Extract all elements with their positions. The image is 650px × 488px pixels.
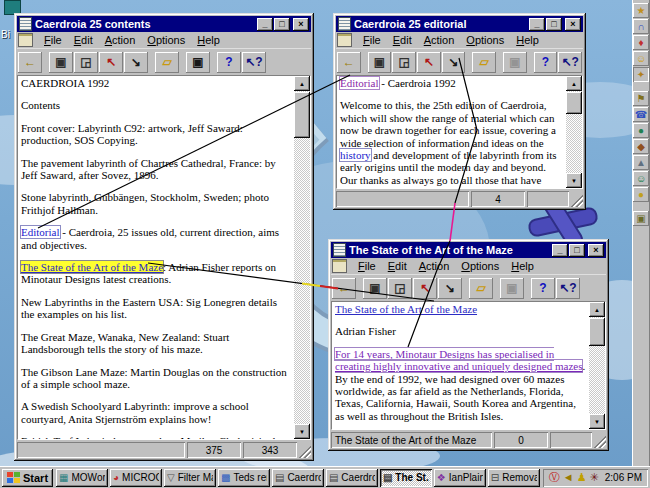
agent-icon[interactable]: ♟ (577, 472, 587, 483)
context-help-button[interactable]: ↖? (558, 52, 582, 73)
launcher-item-2-button[interactable]: ∩ (633, 19, 649, 34)
menu-edit[interactable]: Edit (387, 33, 418, 47)
maximize-button[interactable]: □ (569, 244, 585, 257)
show-links-button[interactable]: ◲ (74, 52, 98, 73)
taskbar-button-3[interactable]: ▽Filter Man... (164, 469, 216, 487)
launcher-item-9-button[interactable]: ◆ (633, 139, 649, 154)
launcher-item-4-button[interactable]: ☺ (633, 51, 649, 66)
launcher-item-12-button[interactable]: ● (633, 187, 649, 202)
open-folder-button[interactable]: ▱ (469, 278, 493, 299)
resize-grip[interactable] (594, 432, 606, 448)
follow-link-down-button[interactable]: ↘ (442, 52, 466, 73)
launcher-item-5-button[interactable]: ✦ (633, 67, 649, 82)
launcher-item-3-button[interactable]: ♦ (633, 35, 649, 50)
hyperlink[interactable]: The State of the Art of the Maze (21, 261, 163, 273)
titlebar[interactable]: Caerdroia 25 contents _ □ × (17, 16, 311, 32)
follow-link-up-button[interactable]: ↖ (413, 278, 437, 299)
menu-options[interactable]: Options (455, 259, 505, 273)
vertical-scrollbar[interactable]: ▲ ▼ (589, 302, 605, 429)
minimize-button[interactable]: _ (529, 18, 545, 31)
menu-help[interactable]: Help (505, 259, 540, 273)
vertical-scrollbar[interactable]: ▲ ▼ (294, 76, 310, 439)
follow-link-up-button[interactable]: ↖ (417, 52, 441, 73)
copy-docs-button[interactable]: ▣ (368, 52, 392, 73)
maximize-button[interactable]: □ (546, 18, 562, 31)
show-links-button[interactable]: ◲ (392, 52, 416, 73)
menu-edit[interactable]: Edit (382, 259, 413, 273)
menu-help[interactable]: Help (191, 33, 226, 47)
launcher-item-7-button[interactable]: ☎ (633, 107, 649, 122)
hyperlink[interactable]: Editorial (21, 226, 60, 238)
launcher-item-10-button[interactable]: ▲ (633, 155, 649, 170)
volume-icon[interactable]: ◄ (563, 472, 574, 483)
minimize-button[interactable]: _ (552, 244, 568, 257)
scroll-down-icon[interactable]: ▼ (566, 173, 582, 188)
scroll-down-icon[interactable]: ▼ (589, 414, 605, 429)
taskbar-button-1[interactable]: ▦MOWorks (56, 469, 108, 487)
open-folder-button[interactable]: ▱ (472, 52, 496, 73)
menu-action[interactable]: Action (413, 259, 456, 273)
maximize-button[interactable]: □ (274, 18, 290, 31)
copy-docs-button[interactable]: ▣ (363, 278, 387, 299)
resize-grip[interactable] (571, 191, 583, 207)
close-button[interactable]: × (565, 18, 581, 31)
start-button[interactable]: Start (2, 469, 53, 487)
back-button[interactable]: ← (18, 52, 42, 73)
help-button[interactable]: ? (534, 52, 558, 73)
hyperlink[interactable]: For 14 years, Minotaur Designs has speci… (335, 348, 582, 372)
menu-help[interactable]: Help (510, 33, 545, 47)
show-links-button[interactable]: ◲ (388, 278, 412, 299)
copy-docs-button[interactable]: ▣ (49, 52, 73, 73)
close-button[interactable]: × (588, 244, 604, 257)
taskbar-button-9[interactable]: ⊟Removab... (488, 469, 540, 487)
minimize-button[interactable]: _ (257, 18, 273, 31)
context-help-button[interactable]: ↖? (556, 278, 580, 299)
hyperlink[interactable]: The State of the Art of the Maze (335, 303, 477, 315)
resize-grip[interactable] (299, 442, 311, 458)
context-help-button[interactable]: ↖? (242, 52, 266, 73)
menu-options[interactable]: Options (141, 33, 191, 47)
help-button[interactable]: ? (217, 52, 241, 73)
menu-action[interactable]: Action (99, 33, 142, 47)
back-button[interactable]: ← (337, 52, 361, 73)
scroll-up-icon[interactable]: ▲ (589, 302, 605, 317)
help-button[interactable]: ? (531, 278, 555, 299)
taskbar-button-7[interactable]: ▤The St... (380, 469, 432, 487)
virus-shield-icon[interactable]: Ⓥ (549, 472, 560, 483)
menu-action[interactable]: Action (418, 33, 461, 47)
taskbar-button-6[interactable]: ▤Caerdroia... (326, 469, 378, 487)
hyperlink[interactable]: Editorial (340, 77, 379, 89)
follow-link-down-button[interactable]: ↘ (124, 52, 148, 73)
scroll-thumb[interactable] (294, 92, 310, 138)
copy-button[interactable]: ▣ (186, 52, 210, 73)
launcher-item-8-button[interactable]: ● (633, 123, 649, 138)
close-button[interactable]: × (293, 18, 309, 31)
titlebar[interactable]: Caerdroia 25 editorial _ □ × (336, 16, 583, 32)
scroll-thumb[interactable] (566, 92, 582, 114)
hyperlink[interactable]: history (340, 149, 371, 161)
scroll-down-icon[interactable]: ▼ (294, 424, 310, 439)
taskbar-button-8[interactable]: ❖IanPlain... (434, 469, 486, 487)
scroll-up-icon[interactable]: ▲ (294, 76, 310, 91)
taskbar-button-2[interactable]: ◕MICROC... (110, 469, 162, 487)
menu-edit[interactable]: Edit (68, 33, 99, 47)
launcher-item-11-button[interactable]: ☺ (633, 171, 649, 186)
open-folder-button[interactable]: ▱ (155, 52, 179, 73)
menu-file[interactable]: File (357, 33, 387, 47)
titlebar[interactable]: The State of the Art of the Maze _ □ × (331, 242, 606, 258)
taskbar-button-5[interactable]: ▤Caerdroia... (272, 469, 324, 487)
scanner-icon[interactable]: ✳ (590, 472, 599, 483)
menu-file[interactable]: File (38, 33, 68, 47)
launcher-item-6-button[interactable]: ⚑ (633, 91, 649, 106)
follow-link-up-button[interactable]: ↖ (99, 52, 123, 73)
follow-link-down-button[interactable]: ↘ (438, 278, 462, 299)
scroll-thumb[interactable] (589, 318, 605, 346)
menu-file[interactable]: File (352, 259, 382, 273)
vertical-scrollbar[interactable]: ▲ ▼ (566, 76, 582, 188)
menu-options[interactable]: Options (460, 33, 510, 47)
back-button[interactable]: ← (332, 278, 356, 299)
launcher-item-13-button[interactable]: ▣ (633, 211, 649, 226)
launcher-item-1-button[interactable]: ★ (633, 3, 649, 18)
taskbar-button-4[interactable]: ▩Teds ren... (218, 469, 270, 487)
scroll-up-icon[interactable]: ▲ (566, 76, 582, 91)
